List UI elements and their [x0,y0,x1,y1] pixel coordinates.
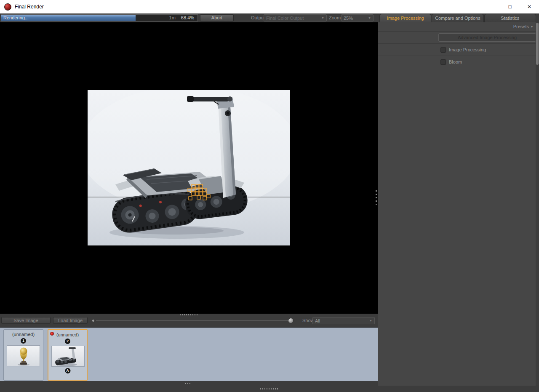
render-viewport [0,22,378,314]
slider-min-dot [92,320,94,322]
vehicle-icon [52,346,85,367]
image-processing-option-label: Image Processing [449,44,486,56]
app-icon [4,3,11,11]
viewport-splitter-handle[interactable] [180,314,198,315]
elapsed-time: 1m [169,15,176,21]
maximize-button[interactable]: □ [500,0,520,13]
bloom-checkbox[interactable] [440,59,446,65]
camera-marker-badge: A [65,368,70,373]
render-progress-bar: Rendering... 1m 68.4% [1,14,198,21]
progress-times: 1m 68.4% [169,15,194,21]
show-filter-dropdown[interactable]: All ▼ [312,317,375,324]
history-slider-track[interactable] [96,320,289,321]
window-title: Final Render [15,4,44,10]
window-bottom-bar [0,386,539,392]
render-thumbnail-2[interactable]: (unnamed) 2 A [48,329,88,381]
panel-splitter-handle[interactable] [376,190,377,205]
vehicle-thumbnail-image [51,346,85,367]
scrollbar-thumb[interactable] [536,23,539,65]
bloom-option-row: Bloom [378,56,539,68]
render-thumbnail-1[interactable]: (unnamed) 1 [3,329,43,381]
render-history-strip: (unnamed) 1 (u [0,328,378,381]
close-button[interactable]: ✕ [520,0,539,13]
output-value: Final Color Output [266,16,319,21]
history-slider-handle[interactable] [288,318,294,323]
tab-image-processing[interactable]: Image Processing [379,14,431,22]
chevron-down-icon: ▼ [369,319,372,322]
thumbnail-number-badge: 2 [65,339,70,344]
zoom-label: Zoom [329,13,341,22]
progress-percent: 68.4% [181,15,194,21]
history-splitter-bar [0,381,378,386]
panel-tabs: Image Processing Compare and Options Sta… [378,13,539,22]
chevron-down-icon: ▼ [368,16,371,19]
thumbnail-name: (unnamed) [48,332,87,337]
abort-button[interactable]: Abort [200,14,234,21]
rendered-vehicle-image [88,90,290,245]
history-splitter-handle[interactable] [185,383,192,384]
progress-status-text: Rendering... [3,15,29,21]
presets-row: Presets ▾ [378,22,539,32]
chevron-down-icon: ▼ [321,16,324,19]
bloom-option-label: Bloom [449,56,462,68]
trophy-icon [7,346,40,366]
render-toolbar: Rendering... 1m 68.4% Abort Output Final… [0,13,378,22]
show-filter-value: All [315,318,367,323]
presets-label: Presets [513,24,529,29]
advanced-image-processing-button[interactable]: Advanced Image Processing [438,33,536,42]
chevron-down-icon: ▾ [531,25,533,29]
save-image-button[interactable]: Save Image [1,317,51,324]
title-bar: Final Render — □ ✕ [0,0,539,13]
trophy-thumbnail-image [7,345,40,366]
thumbnail-number-badge: 1 [21,338,26,344]
bottom-splitter-handle[interactable] [260,388,279,389]
image-processing-checkbox[interactable] [440,47,446,53]
tab-compare-and-options[interactable]: Compare and Options [432,14,483,22]
image-toolbar: Save Image Load Image Show All ▼ [0,314,378,328]
rendering-indicator-icon [50,332,54,336]
panel-scrollbar[interactable] [536,22,539,392]
output-label: Output [251,13,265,22]
image-processing-panel: Presets ▾ Advanced Image Processing Imag… [378,22,539,392]
minimize-button[interactable]: — [481,0,500,13]
window-controls: — □ ✕ [481,0,539,13]
presets-menu[interactable]: Presets ▾ [513,24,533,29]
tab-statistics[interactable]: Statistics [484,14,536,22]
zoom-dropdown[interactable]: 25% ▼ [341,14,374,21]
output-dropdown[interactable]: Final Color Output ▼ [264,14,327,21]
advanced-image-processing-row: Advanced Image Processing [378,32,539,44]
zoom-value: 25% [344,16,366,21]
thumbnail-name: (unnamed) [4,332,43,337]
load-image-button[interactable]: Load Image [53,317,88,324]
render-preview-image [88,90,290,245]
image-processing-option-row: Image Processing [378,44,539,56]
